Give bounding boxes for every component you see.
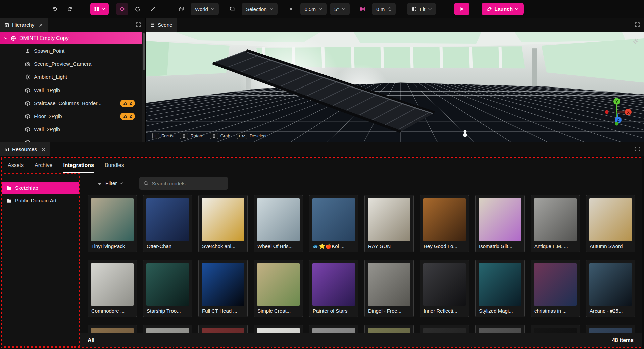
scale-tool-button[interactable] [147,3,159,15]
model-card[interactable] [586,325,635,333]
move-snap-dropdown[interactable]: 0.5m [300,3,327,15]
world-root-icon [11,36,16,41]
scene-window-icon [150,23,155,27]
tab-resources[interactable]: Resources [0,142,50,156]
model-card[interactable]: Sverchok ani... [198,195,248,252]
undo-button[interactable] [49,3,61,15]
model-card[interactable]: TinyLivingPack [88,195,137,252]
model-card[interactable]: Commodore ... [88,260,137,317]
mouse-icon [182,134,186,138]
selection-dropdown[interactable]: Selection [242,3,278,15]
model-card[interactable]: Wheel Of Bris... [254,195,303,252]
model-card[interactable]: Painter of Stars [309,260,358,317]
model-thumbnail [146,198,189,241]
model-card[interactable]: Otter-Chan [143,195,192,252]
model-thumbnail [368,328,410,333]
tab-hierarchy[interactable]: Hierarchy [0,18,48,32]
folder-icon [6,198,12,203]
world-dropdown[interactable]: World [191,3,219,15]
lit-mode-dropdown[interactable]: Lit [407,3,436,15]
model-card[interactable]: Hey Good Lo... [420,195,469,252]
model-thumbnail [423,328,466,333]
model-card[interactable]: Dingel - Free... [364,260,414,317]
model-card[interactable] [309,325,358,333]
hierarchy-item[interactable]: Wall_2Pglb [0,123,145,136]
model-thumbnail [312,198,355,241]
model-card[interactable]: Simple Creat... [254,260,303,317]
expand-resources-icon[interactable] [635,146,640,152]
launch-button[interactable]: Launch [482,3,524,15]
close-icon[interactable] [39,23,43,27]
hierarchy-item[interactable]: Scene_Preview_Camera [0,57,145,70]
chevron-down-icon [270,8,273,10]
tab-bundles[interactable]: Bundles [105,158,124,173]
duplicate-icon [179,6,184,12]
chevron-down-icon[interactable] [4,37,7,39]
model-card[interactable]: Full CT Head ... [198,260,248,317]
elevation-stepper[interactable]: 0 m [372,3,396,15]
elevation-tool-button[interactable] [285,3,297,15]
rotate-snap-value: 5° [334,6,339,12]
model-card[interactable] [88,325,137,333]
tab-scene[interactable]: Scene [146,18,177,32]
hierarchy-item[interactable]: Floor_2Pglb 2 [0,110,145,123]
search-box [139,177,228,190]
hierarchy-item[interactable] [0,136,145,142]
axis-gizmo[interactable]: Y X Z [602,97,632,127]
viewport-settings-gear-icon[interactable] [633,38,639,44]
hierarchy-item[interactable]: Spawn_Point [0,44,145,57]
model-card[interactable] [143,325,192,333]
model-card[interactable] [364,325,414,333]
rotate-tool-button[interactable] [132,3,144,15]
hierarchy-root-item[interactable]: DMINTI Empty Copy [0,32,142,44]
model-thumbnail [479,328,521,333]
model-card[interactable]: RAY GUN [364,195,414,252]
duplicate-button[interactable] [175,3,187,15]
hierarchy-item[interactable]: Ambient_Light [0,70,145,83]
model-card[interactable] [475,325,525,333]
model-card[interactable] [420,325,469,333]
scrollbar-thumb[interactable] [143,33,145,70]
stepper-arrows[interactable] [388,7,391,11]
model-card[interactable]: 🐟⭐🍎Koi ... [309,195,358,252]
model-card[interactable] [531,325,580,333]
model-card[interactable]: Stylized Magi... [475,260,525,317]
tab-archive[interactable]: Archive [35,158,52,173]
hierarchy-item[interactable]: Wall_1Pglb [0,83,145,97]
hierarchy-item[interactable]: Staircase_Columns_Border... 2 [0,97,145,110]
folder-item[interactable]: Public Domain Art [2,195,79,207]
grid-snap-icon [360,6,365,12]
search-input[interactable] [152,181,224,186]
scene-viewport[interactable]: Y X Z F Focus Rotate Grab Esc Deselect [146,32,644,142]
redo-button[interactable] [64,3,76,15]
play-button[interactable] [454,3,469,15]
model-thumbnail [202,328,244,333]
grid-snap-button[interactable] [356,3,368,15]
fullscreen-icon[interactable] [635,22,640,27]
model-card[interactable]: Antique L.M. ... [531,195,580,252]
hierarchy-scrollbar[interactable] [142,32,145,142]
close-icon[interactable] [41,147,46,152]
model-card[interactable]: Autumn Sword [586,195,635,252]
expand-panel-icon[interactable] [136,22,141,27]
model-card[interactable]: Starship Troo... [143,260,192,317]
model-card[interactable] [254,325,303,333]
model-card[interactable]: Arcane - #25... [586,260,635,317]
layout-grid-button[interactable] [90,3,109,15]
model-card[interactable]: Inner Reflecti... [420,260,469,317]
model-card-label: Autumn Sword [586,241,635,249]
model-card[interactable] [198,325,248,333]
tab-integrations[interactable]: Integrations [63,158,94,173]
selection-box-button[interactable] [226,3,238,15]
folder-item[interactable]: Sketchfab [2,182,79,194]
footer-filter-all[interactable]: All [88,337,94,343]
move-tool-button[interactable] [116,3,128,15]
rotate-snap-dropdown[interactable]: 5° [330,3,350,15]
filter-button[interactable]: Filter [97,180,123,186]
svg-text:X: X [627,110,630,114]
model-card[interactable]: Isomatrix Glit... [475,195,525,252]
model-thumbnail [91,198,134,241]
model-card[interactable]: christmas in ... [531,260,580,317]
tab-assets[interactable]: Assets [8,158,24,173]
search-icon [143,181,149,186]
